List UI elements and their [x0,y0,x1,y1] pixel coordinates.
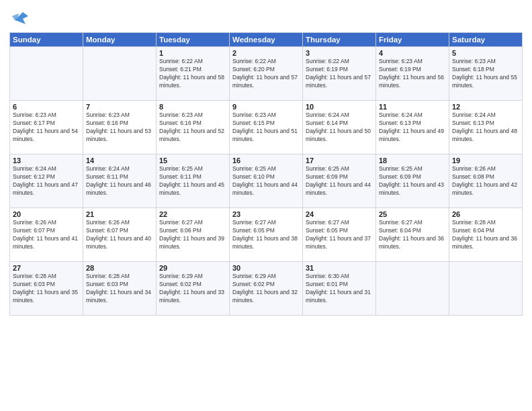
day-number: 30 [232,264,300,272]
day-info: Sunrise: 6:24 AM Sunset: 6:13 PM Dayligh… [379,111,446,144]
header-sunday: Sunday [10,33,83,47]
day-info: Sunrise: 6:28 AM Sunset: 6:03 PM Dayligh… [13,273,80,305]
day-number: 31 [306,264,373,272]
header-thursday: Thursday [303,33,376,47]
header-monday: Monday [83,33,157,47]
day-number: 22 [159,210,226,218]
logo [9,7,34,28]
day-number: 12 [452,103,519,111]
day-info: Sunrise: 6:25 AM Sunset: 6:09 PM Dayligh… [379,165,446,197]
day-number: 26 [452,210,519,218]
day-info: Sunrise: 6:29 AM Sunset: 6:02 PM Dayligh… [232,273,300,305]
calendar-cell [10,47,83,101]
day-number: 15 [159,156,226,165]
calendar-cell: 19Sunrise: 6:26 AM Sunset: 6:08 PM Dayli… [449,154,523,208]
day-number: 28 [86,264,153,272]
calendar-cell [83,47,157,101]
page: Sunday Monday Tuesday Wednesday Thursday… [0,0,532,411]
calendar-cell: 4Sunrise: 6:23 AM Sunset: 6:19 PM Daylig… [376,47,449,101]
day-info: Sunrise: 6:23 AM Sunset: 6:18 PM Dayligh… [452,58,519,90]
day-number: 14 [86,156,153,165]
day-number: 19 [452,156,519,165]
calendar-cell: 22Sunrise: 6:27 AM Sunset: 6:06 PM Dayli… [157,208,230,262]
calendar-cell: 24Sunrise: 6:27 AM Sunset: 6:05 PM Dayli… [303,208,376,262]
day-number: 11 [379,103,446,111]
calendar-cell: 15Sunrise: 6:25 AM Sunset: 6:11 PM Dayli… [157,154,230,208]
day-info: Sunrise: 6:23 AM Sunset: 6:15 PM Dayligh… [232,111,300,144]
calendar-cell: 25Sunrise: 6:27 AM Sunset: 6:04 PM Dayli… [376,208,449,262]
day-info: Sunrise: 6:23 AM Sunset: 6:17 PM Dayligh… [13,111,80,144]
calendar-cell: 20Sunrise: 6:26 AM Sunset: 6:07 PM Dayli… [10,208,83,262]
day-number: 13 [13,156,80,165]
day-info: Sunrise: 6:22 AM Sunset: 6:21 PM Dayligh… [159,58,226,90]
day-number: 18 [379,156,446,165]
day-info: Sunrise: 6:24 AM Sunset: 6:12 PM Dayligh… [13,165,80,197]
calendar-cell: 2Sunrise: 6:22 AM Sunset: 6:20 PM Daylig… [230,47,303,101]
logo-icon [9,7,31,28]
day-number: 16 [232,156,300,165]
day-number: 20 [13,210,80,218]
day-number: 4 [379,49,446,57]
day-number: 9 [232,103,300,111]
calendar-cell: 28Sunrise: 6:28 AM Sunset: 6:03 PM Dayli… [83,262,157,316]
day-info: Sunrise: 6:29 AM Sunset: 6:02 PM Dayligh… [159,273,226,305]
day-info: Sunrise: 6:22 AM Sunset: 6:19 PM Dayligh… [306,58,373,90]
day-info: Sunrise: 6:26 AM Sunset: 6:07 PM Dayligh… [13,219,80,251]
day-number: 24 [306,210,373,218]
calendar-cell: 27Sunrise: 6:28 AM Sunset: 6:03 PM Dayli… [10,262,83,316]
day-info: Sunrise: 6:30 AM Sunset: 6:01 PM Dayligh… [306,273,373,305]
day-number: 25 [379,210,446,218]
header-tuesday: Tuesday [157,33,230,47]
day-info: Sunrise: 6:27 AM Sunset: 6:05 PM Dayligh… [232,219,300,251]
day-number: 17 [306,156,373,165]
calendar-week-row: 13Sunrise: 6:24 AM Sunset: 6:12 PM Dayli… [10,154,523,208]
calendar-cell: 8Sunrise: 6:23 AM Sunset: 6:16 PM Daylig… [157,101,230,154]
day-number: 8 [159,103,226,111]
calendar-cell: 14Sunrise: 6:24 AM Sunset: 6:11 PM Dayli… [83,154,157,208]
day-number: 5 [452,49,519,57]
day-info: Sunrise: 6:23 AM Sunset: 6:16 PM Dayligh… [159,111,226,144]
day-number: 27 [13,264,80,272]
day-info: Sunrise: 6:23 AM Sunset: 6:19 PM Dayligh… [379,58,446,90]
day-number: 6 [13,103,80,111]
calendar-cell: 17Sunrise: 6:25 AM Sunset: 6:09 PM Dayli… [303,154,376,208]
calendar-cell: 16Sunrise: 6:25 AM Sunset: 6:10 PM Dayli… [230,154,303,208]
calendar-cell: 10Sunrise: 6:24 AM Sunset: 6:14 PM Dayli… [303,101,376,154]
calendar-table: Sunday Monday Tuesday Wednesday Thursday… [9,32,523,316]
calendar-cell: 3Sunrise: 6:22 AM Sunset: 6:19 PM Daylig… [303,47,376,101]
calendar-cell: 11Sunrise: 6:24 AM Sunset: 6:13 PM Dayli… [376,101,449,154]
day-info: Sunrise: 6:24 AM Sunset: 6:13 PM Dayligh… [452,111,519,144]
day-number: 7 [86,103,153,111]
calendar-header-row: Sunday Monday Tuesday Wednesday Thursday… [10,33,523,47]
calendar-cell: 30Sunrise: 6:29 AM Sunset: 6:02 PM Dayli… [230,262,303,316]
calendar-week-row: 20Sunrise: 6:26 AM Sunset: 6:07 PM Dayli… [10,208,523,262]
day-info: Sunrise: 6:25 AM Sunset: 6:11 PM Dayligh… [159,165,226,197]
calendar-cell [449,262,523,316]
calendar-cell: 12Sunrise: 6:24 AM Sunset: 6:13 PM Dayli… [449,101,523,154]
calendar-cell: 9Sunrise: 6:23 AM Sunset: 6:15 PM Daylig… [230,101,303,154]
calendar-week-row: 1Sunrise: 6:22 AM Sunset: 6:21 PM Daylig… [10,47,523,101]
calendar-cell: 1Sunrise: 6:22 AM Sunset: 6:21 PM Daylig… [157,47,230,101]
day-number: 2 [232,49,300,57]
day-info: Sunrise: 6:24 AM Sunset: 6:11 PM Dayligh… [86,165,153,197]
day-info: Sunrise: 6:26 AM Sunset: 6:08 PM Dayligh… [452,165,519,197]
calendar-week-row: 6Sunrise: 6:23 AM Sunset: 6:17 PM Daylig… [10,101,523,154]
calendar-cell: 29Sunrise: 6:29 AM Sunset: 6:02 PM Dayli… [157,262,230,316]
calendar-cell: 13Sunrise: 6:24 AM Sunset: 6:12 PM Dayli… [10,154,83,208]
day-info: Sunrise: 6:23 AM Sunset: 6:16 PM Dayligh… [86,111,153,144]
day-info: Sunrise: 6:24 AM Sunset: 6:14 PM Dayligh… [306,111,373,144]
day-number: 21 [86,210,153,218]
day-info: Sunrise: 6:27 AM Sunset: 6:04 PM Dayligh… [379,219,446,251]
header-wednesday: Wednesday [230,33,303,47]
day-number: 29 [159,264,226,272]
day-info: Sunrise: 6:25 AM Sunset: 6:09 PM Dayligh… [306,165,373,197]
calendar-cell: 23Sunrise: 6:27 AM Sunset: 6:05 PM Dayli… [230,208,303,262]
day-info: Sunrise: 6:27 AM Sunset: 6:06 PM Dayligh… [159,219,226,251]
calendar-cell: 26Sunrise: 6:28 AM Sunset: 6:04 PM Dayli… [449,208,523,262]
calendar-cell [376,262,449,316]
day-info: Sunrise: 6:26 AM Sunset: 6:07 PM Dayligh… [86,219,153,251]
header-friday: Friday [376,33,449,47]
header-saturday: Saturday [449,33,523,47]
calendar-week-row: 27Sunrise: 6:28 AM Sunset: 6:03 PM Dayli… [10,262,523,316]
day-info: Sunrise: 6:28 AM Sunset: 6:03 PM Dayligh… [86,273,153,305]
